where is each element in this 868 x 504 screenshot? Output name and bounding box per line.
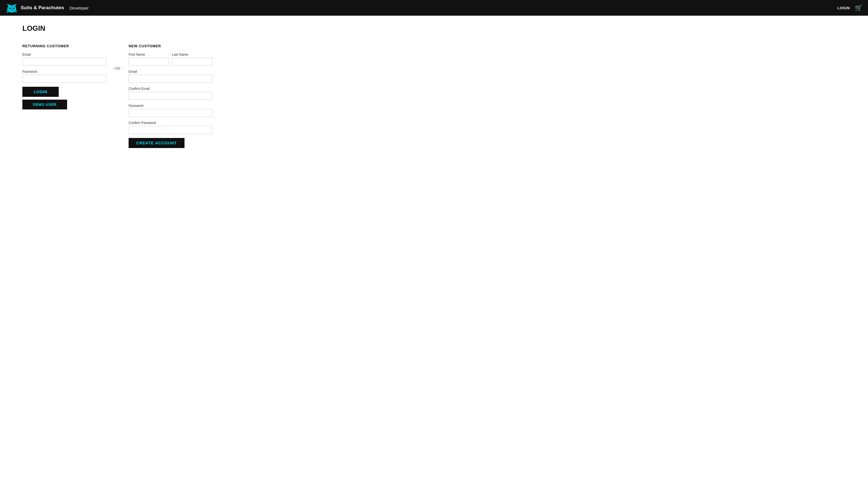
developer-nav-link[interactable]: Developer [70,6,89,10]
new-email-input[interactable] [128,75,213,83]
last-name-label: Last Name [172,53,213,57]
svg-point-3 [10,8,11,9]
new-password-label: Password [128,104,213,108]
navbar-left: Suits & Parachutes Developer [6,2,89,14]
confirm-password-label: Confirm Password [128,121,213,125]
email-form-group: Email [22,53,106,66]
first-name-label: First Name [128,53,169,57]
cart-icon[interactable]: 🛒 [855,4,862,11]
svg-point-4 [13,8,14,9]
returning-customer-section: RETURNING CUSTOMER Email Password LOGIN … [22,44,106,109]
last-name-form-group: Last Name [172,53,213,66]
password-form-group: Password [22,70,106,83]
create-account-button[interactable]: CREATE ACCOUNT [128,138,185,148]
new-email-form-group: Email [128,70,213,83]
logo-area[interactable]: Suits & Parachutes [6,2,64,14]
first-name-input[interactable] [128,58,169,66]
confirm-email-label: Confirm Email [128,87,213,91]
new-customer-heading: NEW CUSTOMER [128,44,213,48]
logo-icon [6,2,18,14]
password-label: Password [22,70,106,73]
login-container: RETURNING CUSTOMER Email Password LOGIN … [22,44,846,148]
returning-customer-heading: RETURNING CUSTOMER [22,44,106,48]
confirm-email-input[interactable] [128,92,213,100]
main-content: LOGIN RETURNING CUSTOMER Email Password … [0,16,868,157]
or-divider-text: - OR - [112,66,122,71]
page-title: LOGIN [22,24,846,33]
demo-user-button[interactable]: DEMO USER [22,100,67,109]
last-name-input[interactable] [172,58,213,66]
nav-login-link[interactable]: LOGIN [838,6,850,10]
confirm-password-form-group: Confirm Password [128,121,213,134]
new-password-form-group: Password [128,104,213,117]
name-row: First Name Last Name [128,53,213,70]
returning-password-input[interactable] [22,75,106,83]
or-divider: - OR - [106,44,128,71]
email-label: Email [22,53,106,57]
navbar: Suits & Parachutes Developer LOGIN 🛒 [0,0,868,16]
login-button[interactable]: LOGIN [22,87,59,97]
new-email-label: Email [128,70,213,73]
confirm-password-input[interactable] [128,126,213,134]
returning-email-input[interactable] [22,58,106,66]
navbar-right: LOGIN 🛒 [838,4,862,11]
confirm-email-form-group: Confirm Email [128,87,213,100]
first-name-form-group: First Name [128,53,169,66]
new-customer-section: NEW CUSTOMER First Name Last Name Email … [128,44,213,148]
brand-link[interactable]: Suits & Parachutes [21,5,64,11]
new-password-input[interactable] [128,109,213,117]
